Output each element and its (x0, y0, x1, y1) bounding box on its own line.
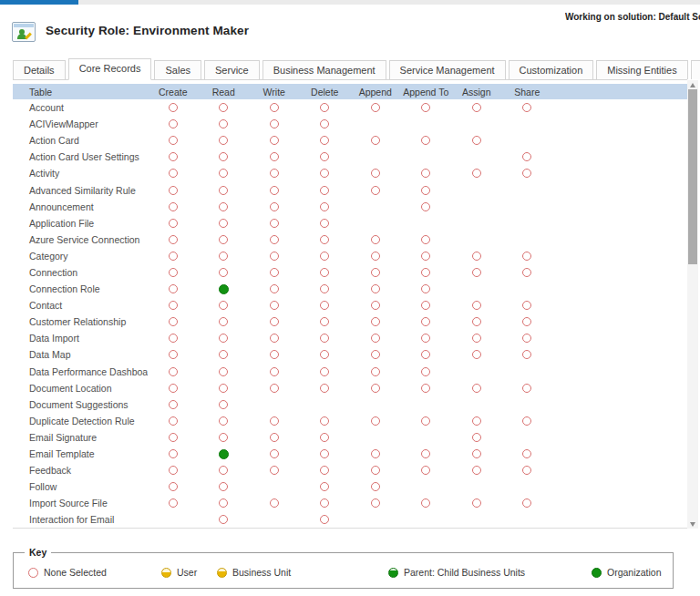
permission-cell[interactable] (350, 346, 401, 363)
permission-none-icon[interactable] (472, 449, 481, 458)
permission-cell[interactable] (249, 462, 300, 478)
permission-none-icon[interactable] (270, 466, 279, 475)
permission-cell[interactable] (401, 495, 452, 511)
scroll-up-arrow-icon[interactable] (687, 80, 698, 89)
permission-none-icon[interactable] (219, 235, 228, 244)
tab-service-management[interactable]: Service Management (389, 60, 506, 79)
permission-none-icon[interactable] (421, 235, 430, 244)
permission-cell[interactable] (350, 495, 401, 511)
permission-none-icon[interactable] (169, 433, 178, 442)
permission-none-icon[interactable] (219, 152, 228, 161)
permission-none-icon[interactable] (270, 235, 279, 244)
permission-none-icon[interactable] (320, 416, 329, 426)
permission-none-icon[interactable] (371, 482, 380, 491)
permission-cell[interactable] (502, 248, 553, 264)
permission-cell[interactable] (148, 199, 199, 215)
permission-organization-icon[interactable] (219, 449, 229, 459)
permission-none-icon[interactable] (421, 169, 430, 178)
permission-none-icon[interactable] (472, 268, 481, 277)
permission-cell[interactable] (401, 165, 452, 181)
permission-cell[interactable] (199, 346, 250, 363)
permission-cell[interactable] (249, 165, 300, 181)
permission-cell[interactable] (249, 413, 300, 429)
permission-none-icon[interactable] (169, 367, 178, 376)
permission-none-icon[interactable] (169, 350, 178, 359)
permission-cell[interactable] (350, 297, 401, 313)
permission-none-icon[interactable] (219, 334, 228, 343)
permission-cell[interactable] (350, 478, 401, 495)
permission-none-icon[interactable] (522, 384, 531, 393)
permission-cell[interactable] (148, 181, 199, 198)
permission-none-icon[interactable] (421, 350, 430, 359)
permission-none-icon[interactable] (371, 284, 380, 293)
tab-core-records[interactable]: Core Records (68, 58, 152, 80)
permission-none-icon[interactable] (219, 119, 228, 128)
permission-cell[interactable] (350, 165, 401, 181)
permission-cell[interactable] (401, 199, 452, 215)
permission-cell[interactable] (199, 99, 250, 116)
permission-cell[interactable] (350, 380, 401, 396)
permission-cell[interactable] (300, 165, 351, 181)
permission-cell[interactable] (148, 462, 199, 478)
permission-cell[interactable] (199, 199, 250, 215)
permission-none-icon[interactable] (320, 268, 329, 277)
permission-none-icon[interactable] (371, 334, 380, 343)
permission-cell[interactable] (199, 248, 250, 264)
permission-none-icon[interactable] (320, 384, 329, 393)
permission-none-icon[interactable] (219, 169, 228, 178)
permission-none-icon[interactable] (421, 367, 430, 376)
permission-cell[interactable] (249, 181, 300, 198)
permission-cell[interactable] (148, 429, 199, 446)
permission-cell[interactable] (249, 215, 300, 231)
tab-customization[interactable]: Customization (509, 60, 594, 79)
permission-cell[interactable] (199, 495, 250, 511)
permission-cell[interactable] (249, 116, 300, 132)
permission-cell[interactable] (350, 99, 401, 116)
permission-cell[interactable] (401, 330, 452, 346)
permission-none-icon[interactable] (371, 268, 380, 277)
permission-cell[interactable] (199, 116, 250, 132)
permission-none-icon[interactable] (522, 350, 531, 359)
permission-cell[interactable] (401, 313, 452, 330)
permission-none-icon[interactable] (169, 252, 178, 261)
permission-cell[interactable] (148, 248, 199, 264)
permission-cell[interactable] (300, 462, 351, 478)
permission-cell[interactable] (300, 281, 351, 297)
permission-none-icon[interactable] (371, 466, 380, 475)
permission-none-icon[interactable] (270, 367, 279, 376)
permission-cell[interactable] (148, 132, 199, 149)
permission-none-icon[interactable] (421, 202, 430, 211)
permission-cell[interactable] (300, 380, 351, 396)
permission-none-icon[interactable] (421, 186, 430, 195)
permission-none-icon[interactable] (371, 252, 380, 261)
permission-none-icon[interactable] (371, 136, 380, 145)
permission-cell[interactable] (249, 380, 300, 396)
permission-cell[interactable] (300, 495, 351, 511)
permission-none-icon[interactable] (270, 433, 279, 442)
permission-none-icon[interactable] (320, 284, 329, 293)
permission-cell[interactable] (300, 231, 351, 248)
permission-cell[interactable] (350, 181, 401, 198)
permission-cell[interactable] (199, 132, 250, 149)
permission-none-icon[interactable] (169, 169, 178, 178)
permission-none-icon[interactable] (270, 498, 279, 508)
permission-cell[interactable] (199, 462, 250, 478)
permission-cell[interactable] (300, 149, 351, 165)
permission-none-icon[interactable] (270, 317, 279, 326)
permission-none-icon[interactable] (320, 169, 329, 178)
permission-cell[interactable] (148, 478, 199, 495)
permission-none-icon[interactable] (371, 235, 380, 244)
permission-cell[interactable] (249, 446, 300, 462)
permission-cell[interactable] (401, 132, 452, 149)
permission-none-icon[interactable] (320, 152, 329, 161)
permission-cell[interactable] (249, 297, 300, 313)
permission-cell[interactable] (502, 149, 553, 165)
permission-cell[interactable] (502, 264, 553, 281)
vertical-scrollbar[interactable] (687, 80, 698, 529)
permission-cell[interactable] (350, 231, 401, 248)
permission-none-icon[interactable] (371, 350, 380, 359)
permission-cell[interactable] (249, 281, 300, 297)
permission-none-icon[interactable] (421, 252, 430, 261)
permission-cell[interactable] (199, 396, 250, 413)
permission-none-icon[interactable] (169, 416, 178, 426)
